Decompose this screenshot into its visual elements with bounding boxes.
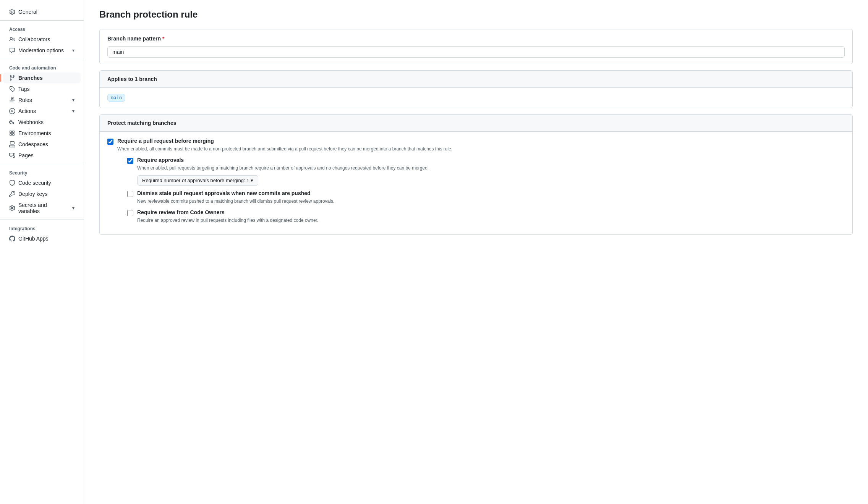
sidebar-item-rules-label: Rules	[18, 97, 32, 103]
dismiss-stale-desc: New reviewable commits pushed to a match…	[137, 198, 334, 205]
dismiss-stale-row: Dismiss stale pull request approvals whe…	[127, 190, 452, 205]
applies-to-header: Applies to 1 branch	[100, 71, 852, 88]
sidebar-item-code-security-label: Code security	[18, 180, 51, 186]
require-code-owners-label[interactable]: Require review from Code Owners	[137, 209, 225, 215]
branch-tag: main	[107, 94, 125, 102]
sidebar-item-pages[interactable]: Pages	[3, 150, 81, 161]
approvals-dropdown[interactable]: Required number of approvals before merg…	[137, 175, 258, 186]
sidebar-item-pages-label: Pages	[18, 152, 34, 158]
sidebar-item-codespaces[interactable]: Codespaces	[3, 139, 81, 150]
rules-icon	[9, 97, 15, 103]
chevron-down-icon-rules: ▾	[72, 97, 74, 103]
sidebar-item-rules[interactable]: Rules ▾	[3, 95, 81, 105]
pages-icon	[9, 152, 15, 158]
require-pr-label[interactable]: Require a pull request before merging	[117, 138, 214, 144]
sidebar-divider-3	[0, 164, 84, 164]
nested-checkbox-group: Require approvals When enabled, pull req…	[127, 157, 452, 224]
sidebar-section-integrations: Integrations	[0, 223, 84, 233]
sidebar-item-tags-label: Tags	[18, 86, 30, 92]
sidebar-item-general-label: General	[18, 9, 37, 15]
dropdown-chevron-icon: ▾	[251, 178, 253, 183]
gear-icon	[9, 9, 15, 15]
dismiss-stale-checkbox[interactable]	[127, 191, 133, 197]
git-branch-icon	[9, 75, 15, 81]
sidebar-item-actions-label: Actions	[18, 108, 36, 114]
codespaces-icon	[9, 141, 15, 147]
sidebar-item-code-security[interactable]: Code security	[3, 178, 81, 188]
sidebar-item-actions[interactable]: Actions ▾	[3, 106, 81, 116]
require-code-owners-content: Require review from Code Owners Require …	[137, 209, 318, 224]
sidebar-item-secrets-variables[interactable]: Secrets and variables ▾	[3, 200, 81, 216]
sidebar-divider-2	[0, 59, 84, 59]
main-content: Branch protection rule Branch name patte…	[84, 0, 868, 504]
required-star: *	[162, 36, 164, 42]
dismiss-stale-content: Dismiss stale pull request approvals whe…	[137, 190, 334, 205]
sidebar-item-branches-label: Branches	[18, 75, 43, 81]
grid-icon	[9, 130, 15, 136]
require-approvals-row: Require approvals When enabled, pull req…	[127, 157, 452, 186]
sidebar-item-codespaces-label: Codespaces	[18, 141, 48, 147]
protect-body: Require a pull request before merging Wh…	[100, 132, 852, 234]
require-approvals-desc: When enabled, pull requests targeting a …	[137, 165, 429, 171]
play-icon	[9, 108, 15, 114]
github-icon	[9, 236, 15, 242]
require-code-owners-row: Require review from Code Owners Require …	[127, 209, 452, 224]
require-approvals-item: Require approvals When enabled, pull req…	[127, 157, 452, 186]
protect-header: Protect matching branches	[100, 115, 852, 132]
require-code-owners-checkbox[interactable]	[127, 210, 133, 216]
sidebar-section-security: Security	[0, 167, 84, 177]
sidebar-item-deploy-keys-label: Deploy keys	[18, 191, 47, 197]
branch-name-label: Branch name pattern *	[107, 36, 845, 42]
approvals-dropdown-label: Required number of approvals before merg…	[142, 178, 249, 183]
sidebar-item-moderation-label: Moderation options	[18, 47, 64, 53]
sidebar-item-webhooks-label: Webhooks	[18, 119, 44, 125]
sidebar-item-secrets-label: Secrets and variables	[18, 202, 69, 214]
chevron-down-icon-actions: ▾	[72, 108, 74, 114]
branch-name-input[interactable]	[107, 46, 845, 58]
person-icon	[9, 36, 15, 42]
require-pr-desc: When enabled, all commits must be made t…	[117, 145, 452, 152]
protect-section: Protect matching branches Require a pull…	[99, 114, 853, 235]
sidebar-item-github-apps[interactable]: GitHub Apps	[3, 233, 81, 244]
sidebar-section-code-automation: Code and automation	[0, 62, 84, 72]
comment-icon	[9, 47, 15, 53]
require-pr-row: Require a pull request before merging Wh…	[107, 138, 845, 228]
applies-to-section: Applies to 1 branch main	[99, 70, 853, 108]
require-pr-checkbox[interactable]	[107, 139, 113, 145]
require-pr-content: Require a pull request before merging Wh…	[117, 138, 452, 228]
branch-name-pattern-card: Branch name pattern *	[99, 29, 853, 64]
sidebar: General Access Collaborators Moderation …	[0, 0, 84, 504]
sidebar-item-webhooks[interactable]: Webhooks	[3, 117, 81, 128]
key-icon	[9, 191, 15, 197]
shield-icon	[9, 180, 15, 186]
require-approvals-content: Require approvals When enabled, pull req…	[137, 157, 429, 186]
require-approvals-label[interactable]: Require approvals	[137, 157, 184, 163]
sidebar-item-moderation-options[interactable]: Moderation options ▾	[3, 45, 81, 56]
require-code-owners-desc: Require an approved review in pull reque…	[137, 217, 318, 224]
secret-icon	[9, 205, 15, 211]
sidebar-item-github-apps-label: GitHub Apps	[18, 236, 49, 242]
sidebar-divider-4	[0, 220, 84, 220]
dismiss-stale-item: Dismiss stale pull request approvals whe…	[127, 190, 452, 205]
require-code-owners-item: Require review from Code Owners Require …	[127, 209, 452, 224]
sidebar-item-tags[interactable]: Tags	[3, 84, 81, 94]
sidebar-item-general[interactable]: General	[3, 6, 81, 17]
tag-icon	[9, 86, 15, 92]
webhook-icon	[9, 119, 15, 125]
page-title: Branch protection rule	[99, 9, 853, 20]
dismiss-stale-label[interactable]: Dismiss stale pull request approvals whe…	[137, 190, 311, 196]
chevron-down-icon: ▾	[72, 48, 74, 53]
applies-to-body: main	[100, 88, 852, 108]
sidebar-item-collaborators[interactable]: Collaborators	[3, 34, 81, 45]
sidebar-item-environments-label: Environments	[18, 130, 51, 136]
sidebar-item-collaborators-label: Collaborators	[18, 36, 50, 42]
sidebar-item-deploy-keys[interactable]: Deploy keys	[3, 189, 81, 199]
require-approvals-checkbox[interactable]	[127, 158, 133, 164]
require-pr-item: Require a pull request before merging Wh…	[100, 132, 852, 234]
sidebar-section-access: Access	[0, 24, 84, 34]
sidebar-item-environments[interactable]: Environments	[3, 128, 81, 139]
sidebar-divider-1	[0, 20, 84, 21]
sidebar-item-branches[interactable]: Branches	[3, 73, 81, 83]
branch-name-pattern-body: Branch name pattern *	[100, 29, 852, 64]
chevron-down-icon-secrets: ▾	[72, 205, 74, 211]
